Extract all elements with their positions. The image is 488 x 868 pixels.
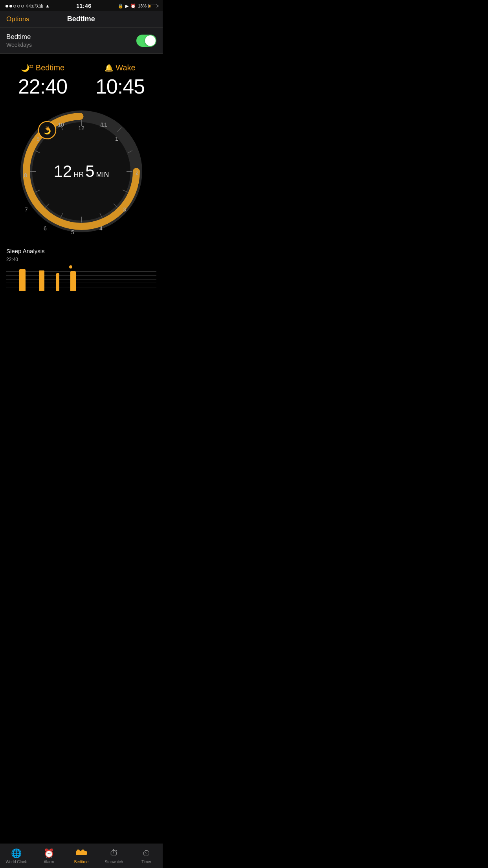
status-right: 🔒 ▶ ⏰ 13% [118,4,157,9]
moon-zzz-icon: 🌙zz [21,64,33,72]
battery-outline [149,4,157,8]
bedtime-row-text: Bedtime Weekdays [6,33,32,48]
wake-time: 10:45 [95,75,145,98]
wake-header: 🔔 Wake [95,63,145,72]
times-section: 🌙zz Bedtime 22:40 🔔 Wake 10:45 [0,54,163,105]
sleep-analysis-time: 22:40 [6,257,156,262]
bell-icon: 🔔 [105,64,113,72]
svg-text:6: 6 [44,225,47,232]
wake-block: 🔔 Wake 10:45 [95,63,145,98]
bedtime-block: 🌙zz Bedtime 22:40 [18,63,67,98]
svg-text:4: 4 [99,225,103,232]
grid-line-7 [6,291,156,291]
bedtime-header: 🌙zz Bedtime [18,63,67,72]
spacer [0,295,163,327]
status-time: 11:46 [76,3,91,9]
bedtime-row-label: Bedtime [6,33,32,41]
location-icon: ▶ [125,4,128,9]
svg-text:5: 5 [71,229,74,234]
svg-point-34 [46,127,50,131]
duration-hours: 12 [53,162,72,181]
wake-label: Wake [116,63,135,72]
sleep-bar-2 [39,270,44,291]
clock-section: 12 1 2 3 4 5 6 7 8 9 10 11 [0,105,163,242]
signal-dot-3 [13,5,16,7]
bedtime-label: Bedtime [36,63,64,72]
page-title: Bedtime [67,15,95,23]
signal-dots [6,5,24,7]
bedtime-row-sub: Weekdays [6,42,32,48]
bedtime-time: 22:40 [18,75,67,98]
signal-dot-5 [21,5,24,7]
clock-duration: 12 HR 5 MIN [53,162,109,181]
battery-fill [149,5,150,7]
svg-text:8: 8 [24,172,27,178]
signal-dot-2 [9,5,12,7]
svg-text:7: 7 [25,206,28,213]
svg-text:2: 2 [136,169,139,176]
duration-mins: 5 [85,162,94,181]
sleep-analysis-title: Sleep Analysis [6,248,156,254]
bedtime-toggle-row: Bedtime Weekdays [0,28,163,54]
battery-percent: 13% [138,4,147,8]
svg-text:10: 10 [58,121,64,128]
wifi-icon: ▲ [45,3,50,9]
lock-icon: 🔒 [118,4,123,9]
bedtime-toggle[interactable] [136,35,156,47]
sleep-bar-4 [70,271,76,291]
svg-text:1: 1 [115,136,118,142]
signal-dot-4 [17,5,20,7]
sleep-analysis-section: Sleep Analysis 22:40 [0,242,163,295]
options-button[interactable]: Options [6,15,29,23]
min-label: MIN [96,171,109,179]
clock-container[interactable]: 12 1 2 3 4 5 6 7 8 9 10 11 [18,108,144,234]
hr-label: HR [73,171,84,179]
status-left: 中国联通 ▲ [6,3,50,9]
battery-indicator [149,4,157,8]
sleep-bar-3 [56,273,59,291]
svg-text:3: 3 [123,206,126,213]
toggle-knob [145,35,156,46]
svg-text:9: 9 [37,136,40,142]
sleep-bars [6,264,156,291]
status-bar: 中国联通 ▲ 11:46 🔒 ▶ ⏰ 13% [0,0,163,11]
carrier-label: 中国联通 [26,3,43,9]
sleep-bar-1 [19,269,26,291]
signal-dot-1 [6,5,8,7]
alarm-status-icon: ⏰ [130,4,136,9]
sleep-chart [6,264,156,291]
nav-bar: Options Bedtime [0,11,163,28]
